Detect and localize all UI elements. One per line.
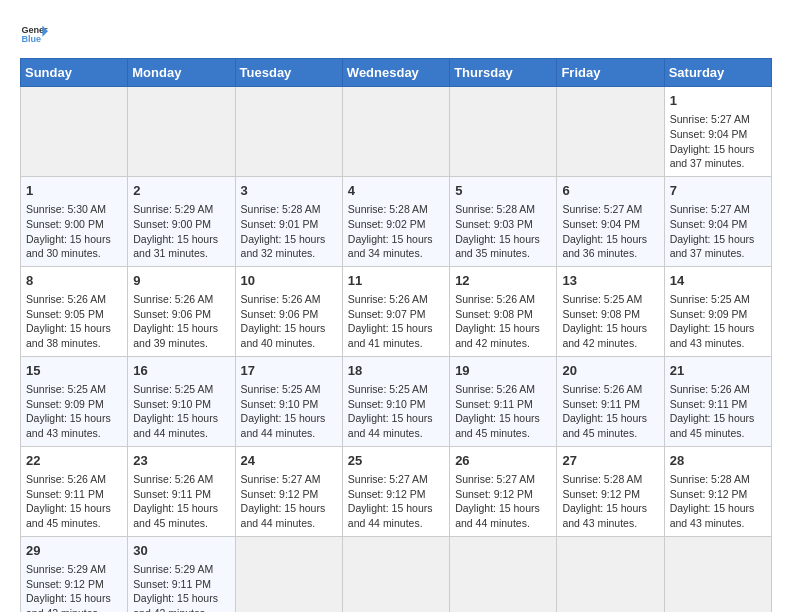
day-number: 17	[241, 362, 337, 380]
sunset: Sunset: 9:11 PM	[133, 578, 211, 590]
sunrise: Sunrise: 5:26 AM	[133, 293, 213, 305]
logo: General Blue	[20, 20, 48, 48]
sunset: Sunset: 9:11 PM	[133, 488, 211, 500]
day-number: 2	[133, 182, 229, 200]
day-number: 24	[241, 452, 337, 470]
calendar-header-row: SundayMondayTuesdayWednesdayThursdayFrid…	[21, 59, 772, 87]
sunrise: Sunrise: 5:27 AM	[562, 203, 642, 215]
daylight-label: Daylight: 15 hours and 42 minutes.	[26, 592, 111, 612]
col-header-saturday: Saturday	[664, 59, 771, 87]
daylight-label: Daylight: 15 hours and 42 minutes.	[562, 322, 647, 349]
sunset: Sunset: 9:12 PM	[241, 488, 319, 500]
calendar-week-row: 1 Sunrise: 5:27 AM Sunset: 9:04 PM Dayli…	[21, 87, 772, 177]
calendar-cell: 1 Sunrise: 5:27 AM Sunset: 9:04 PM Dayli…	[664, 87, 771, 177]
calendar-cell: 11 Sunrise: 5:26 AM Sunset: 9:07 PM Dayl…	[342, 266, 449, 356]
calendar-cell	[557, 87, 664, 177]
day-number: 4	[348, 182, 444, 200]
sunset: Sunset: 9:02 PM	[348, 218, 426, 230]
sunrise: Sunrise: 5:28 AM	[455, 203, 535, 215]
daylight-label: Daylight: 15 hours and 42 minutes.	[455, 322, 540, 349]
day-number: 1	[26, 182, 122, 200]
day-number: 28	[670, 452, 766, 470]
day-number: 6	[562, 182, 658, 200]
day-number: 8	[26, 272, 122, 290]
sunrise: Sunrise: 5:29 AM	[133, 203, 213, 215]
sunset: Sunset: 9:11 PM	[562, 398, 640, 410]
col-header-monday: Monday	[128, 59, 235, 87]
sunset: Sunset: 9:01 PM	[241, 218, 319, 230]
sunset: Sunset: 9:11 PM	[26, 488, 104, 500]
calendar-cell: 22 Sunrise: 5:26 AM Sunset: 9:11 PM Dayl…	[21, 446, 128, 536]
daylight-label: Daylight: 15 hours and 43 minutes.	[670, 502, 755, 529]
calendar-cell: 25 Sunrise: 5:27 AM Sunset: 9:12 PM Dayl…	[342, 446, 449, 536]
calendar-cell: 6 Sunrise: 5:27 AM Sunset: 9:04 PM Dayli…	[557, 176, 664, 266]
daylight-label: Daylight: 15 hours and 39 minutes.	[133, 322, 218, 349]
calendar-cell	[450, 87, 557, 177]
day-number: 13	[562, 272, 658, 290]
calendar: SundayMondayTuesdayWednesdayThursdayFrid…	[20, 58, 772, 612]
daylight-label: Daylight: 15 hours and 43 minutes.	[26, 412, 111, 439]
calendar-cell: 1 Sunrise: 5:30 AM Sunset: 9:00 PM Dayli…	[21, 176, 128, 266]
daylight-label: Daylight: 15 hours and 31 minutes.	[133, 233, 218, 260]
day-number: 25	[348, 452, 444, 470]
daylight-label: Daylight: 15 hours and 37 minutes.	[670, 233, 755, 260]
day-number: 1	[670, 92, 766, 110]
calendar-cell: 29 Sunrise: 5:29 AM Sunset: 9:12 PM Dayl…	[21, 536, 128, 612]
calendar-cell	[342, 87, 449, 177]
calendar-week-row: 22 Sunrise: 5:26 AM Sunset: 9:11 PM Dayl…	[21, 446, 772, 536]
sunrise: Sunrise: 5:25 AM	[348, 383, 428, 395]
daylight-label: Daylight: 15 hours and 44 minutes.	[348, 412, 433, 439]
daylight-label: Daylight: 15 hours and 45 minutes.	[455, 412, 540, 439]
calendar-week-row: 1 Sunrise: 5:30 AM Sunset: 9:00 PM Dayli…	[21, 176, 772, 266]
calendar-cell: 19 Sunrise: 5:26 AM Sunset: 9:11 PM Dayl…	[450, 356, 557, 446]
calendar-cell: 13 Sunrise: 5:25 AM Sunset: 9:08 PM Dayl…	[557, 266, 664, 356]
daylight-label: Daylight: 15 hours and 45 minutes.	[562, 412, 647, 439]
calendar-cell: 5 Sunrise: 5:28 AM Sunset: 9:03 PM Dayli…	[450, 176, 557, 266]
sunset: Sunset: 9:09 PM	[26, 398, 104, 410]
day-number: 10	[241, 272, 337, 290]
calendar-cell	[450, 536, 557, 612]
sunset: Sunset: 9:09 PM	[670, 308, 748, 320]
sunrise: Sunrise: 5:29 AM	[26, 563, 106, 575]
calendar-cell: 24 Sunrise: 5:27 AM Sunset: 9:12 PM Dayl…	[235, 446, 342, 536]
daylight-label: Daylight: 15 hours and 41 minutes.	[348, 322, 433, 349]
sunrise: Sunrise: 5:27 AM	[348, 473, 428, 485]
day-number: 23	[133, 452, 229, 470]
day-number: 12	[455, 272, 551, 290]
daylight-label: Daylight: 15 hours and 40 minutes.	[241, 322, 326, 349]
sunrise: Sunrise: 5:25 AM	[133, 383, 213, 395]
sunrise: Sunrise: 5:26 AM	[670, 383, 750, 395]
calendar-cell: 8 Sunrise: 5:26 AM Sunset: 9:05 PM Dayli…	[21, 266, 128, 356]
day-number: 27	[562, 452, 658, 470]
calendar-cell	[342, 536, 449, 612]
sunset: Sunset: 9:04 PM	[562, 218, 640, 230]
day-number: 14	[670, 272, 766, 290]
calendar-cell: 30 Sunrise: 5:29 AM Sunset: 9:11 PM Dayl…	[128, 536, 235, 612]
daylight-label: Daylight: 15 hours and 44 minutes.	[133, 412, 218, 439]
day-number: 30	[133, 542, 229, 560]
sunset: Sunset: 9:08 PM	[562, 308, 640, 320]
sunrise: Sunrise: 5:26 AM	[133, 473, 213, 485]
sunrise: Sunrise: 5:25 AM	[670, 293, 750, 305]
sunrise: Sunrise: 5:26 AM	[562, 383, 642, 395]
calendar-cell: 12 Sunrise: 5:26 AM Sunset: 9:08 PM Dayl…	[450, 266, 557, 356]
calendar-cell: 28 Sunrise: 5:28 AM Sunset: 9:12 PM Dayl…	[664, 446, 771, 536]
sunrise: Sunrise: 5:25 AM	[241, 383, 321, 395]
sunset: Sunset: 9:04 PM	[670, 218, 748, 230]
sunrise: Sunrise: 5:26 AM	[348, 293, 428, 305]
sunset: Sunset: 9:07 PM	[348, 308, 426, 320]
sunrise: Sunrise: 5:26 AM	[455, 293, 535, 305]
day-number: 22	[26, 452, 122, 470]
daylight-label: Daylight: 15 hours and 44 minutes.	[455, 502, 540, 529]
daylight-label: Daylight: 15 hours and 43 minutes.	[562, 502, 647, 529]
daylight-label: Daylight: 15 hours and 36 minutes.	[562, 233, 647, 260]
calendar-cell: 7 Sunrise: 5:27 AM Sunset: 9:04 PM Dayli…	[664, 176, 771, 266]
daylight-label: Daylight: 15 hours and 45 minutes.	[670, 412, 755, 439]
day-number: 21	[670, 362, 766, 380]
daylight-label: Daylight: 15 hours and 44 minutes.	[348, 502, 433, 529]
sunset: Sunset: 9:10 PM	[133, 398, 211, 410]
header: General Blue	[20, 20, 772, 48]
day-number: 15	[26, 362, 122, 380]
calendar-cell: 16 Sunrise: 5:25 AM Sunset: 9:10 PM Dayl…	[128, 356, 235, 446]
sunrise: Sunrise: 5:28 AM	[348, 203, 428, 215]
